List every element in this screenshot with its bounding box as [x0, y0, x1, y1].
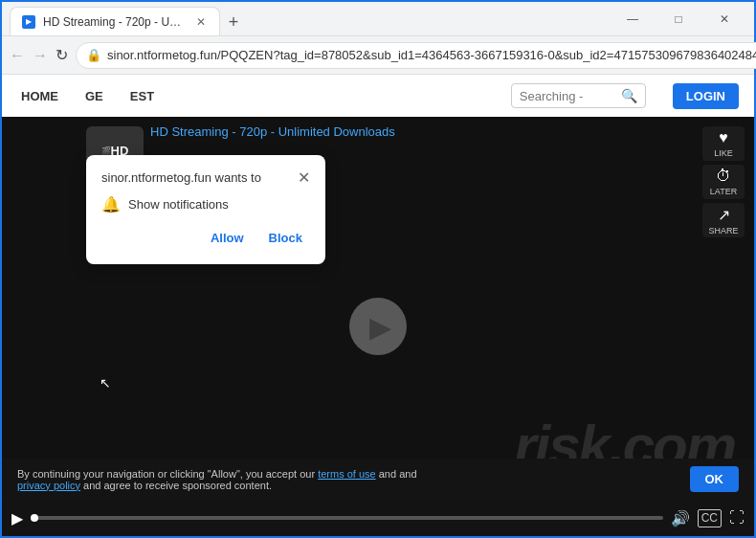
like-label: LIKE — [714, 148, 733, 158]
site-header: HOME GE EST 🔍 LOGIN — [2, 75, 754, 117]
streaming-text[interactable]: HD Streaming - 720p - Unlimited Download… — [150, 124, 395, 139]
site-search[interactable]: 🔍 — [511, 83, 646, 108]
later-label: LATER — [710, 187, 737, 196]
close-button[interactable]: ✕ — [702, 4, 746, 34]
nav-home[interactable]: HOME — [17, 89, 62, 103]
new-tab-button[interactable]: + — [220, 9, 247, 35]
fullscreen-icon[interactable]: ⛶ — [729, 509, 745, 527]
consent-before: By continuing your navigation or clickin… — [17, 468, 315, 480]
back-button[interactable]: ← — [10, 42, 25, 69]
consent-after: and agree to receive sponsored content. — [83, 480, 272, 491]
notification-header: sinor.ntformetog.fun wants to ✕ — [101, 170, 310, 186]
nav-ge[interactable]: GE — [81, 89, 107, 103]
later-button[interactable]: ⏱ LATER — [702, 165, 745, 199]
cc-icon[interactable]: CC — [698, 509, 722, 527]
consent-middle-text: and — [399, 468, 416, 480]
later-icon: ⏱ — [716, 168, 731, 185]
page-content: HOME GE EST 🔍 LOGIN risk.com HD Streamin… — [2, 75, 754, 536]
like-icon: ♥ — [719, 129, 728, 146]
cursor: ↖ — [100, 375, 111, 391]
ok-button[interactable]: OK — [690, 466, 740, 492]
allow-button[interactable]: Allow — [203, 227, 252, 249]
notification-popup: sinor.ntformetog.fun wants to ✕ 🔔 Show n… — [86, 155, 325, 264]
active-tab[interactable]: ▶ HD Streaming - 720p - Unlimite... ✕ — [10, 7, 220, 35]
window-controls: — □ ✕ — [611, 4, 746, 34]
video-bottom-bar: ▶ 🔊 CC ⛶ — [2, 500, 754, 536]
bell-icon: 🔔 — [101, 195, 121, 213]
minimize-button[interactable]: — — [611, 4, 655, 34]
notification-close-button[interactable]: ✕ — [298, 170, 310, 186]
consent-bar: By continuing your navigation or clickin… — [2, 459, 754, 500]
tab-bar: ▶ HD Streaming - 720p - Unlimite... ✕ + — [10, 2, 304, 35]
video-controls-icons: 🔊 CC ⛶ — [671, 509, 745, 527]
tab-close-button[interactable]: ✕ — [194, 14, 208, 30]
tab-title: HD Streaming - 720p - Unlimite... — [43, 15, 187, 29]
video-play-button[interactable]: ▶ — [11, 509, 23, 527]
lock-icon: 🔒 — [86, 48, 101, 62]
privacy-policy-link[interactable]: privacy policy — [17, 480, 80, 491]
right-actions: ♥ LIKE ⏱ LATER ↗ SHARE — [702, 126, 745, 237]
notification-permission-label: Show notifications — [128, 197, 229, 212]
search-icon[interactable]: 🔍 — [621, 88, 637, 103]
volume-icon[interactable]: 🔊 — [671, 509, 690, 527]
notification-row: 🔔 Show notifications — [101, 195, 310, 213]
play-icon: ▶ — [369, 310, 391, 344]
play-button[interactable]: ▶ — [349, 298, 407, 355]
video-progress-bar[interactable] — [31, 516, 663, 520]
url-bar[interactable]: 🔒 sinor.ntformetog.fun/PQQZEN?tag_id=878… — [76, 42, 756, 69]
reload-button[interactable]: ↻ — [56, 42, 68, 69]
title-bar: ▶ HD Streaming - 720p - Unlimite... ✕ + … — [2, 2, 754, 36]
browser-window: ▶ HD Streaming - 720p - Unlimite... ✕ + … — [0, 0, 756, 538]
address-bar: ← → ↻ 🔒 sinor.ntformetog.fun/PQQZEN?tag_… — [2, 36, 754, 75]
like-button[interactable]: ♥ LIKE — [702, 126, 745, 161]
nav-est[interactable]: EST — [126, 89, 158, 103]
tab-favicon: ▶ — [22, 15, 35, 29]
url-text: sinor.ntformetog.fun/PQQZEN?tag_id=87805… — [107, 48, 756, 62]
share-button[interactable]: ↗ SHARE — [702, 203, 745, 237]
share-icon: ↗ — [718, 206, 730, 224]
forward-button[interactable]: → — [33, 42, 48, 69]
notification-title: sinor.ntformetog.fun wants to — [101, 170, 261, 185]
consent-middle: and — [379, 468, 396, 480]
terms-of-use-link[interactable]: terms of use — [318, 468, 376, 480]
restore-button[interactable]: □ — [656, 4, 700, 34]
block-button[interactable]: Block — [261, 227, 310, 249]
notification-buttons: Allow Block — [101, 227, 310, 249]
search-input[interactable] — [520, 89, 615, 103]
consent-text: By continuing your navigation or clickin… — [17, 468, 680, 491]
login-button[interactable]: LOGIN — [673, 83, 739, 109]
share-label: SHARE — [708, 226, 738, 235]
